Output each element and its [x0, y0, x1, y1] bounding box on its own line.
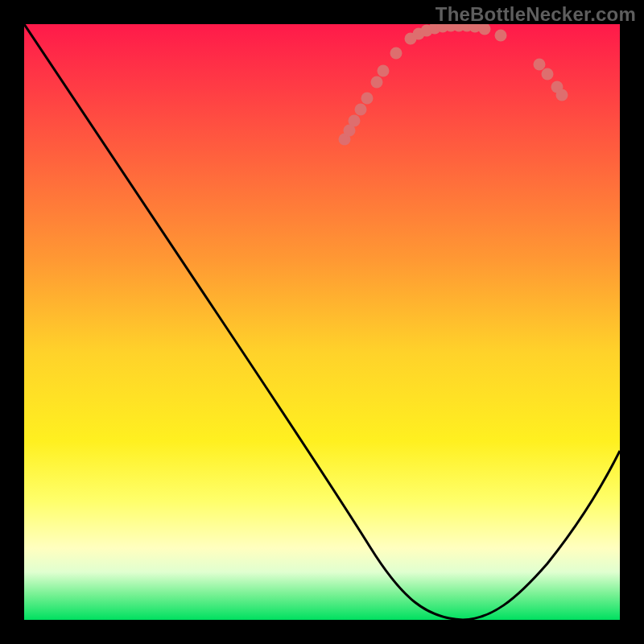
data-marker — [390, 47, 402, 60]
marker-group — [339, 24, 568, 146]
data-marker — [542, 68, 554, 80]
data-marker — [534, 59, 546, 71]
chart-plot-area — [24, 24, 620, 620]
data-marker — [349, 115, 361, 127]
watermark-text: TheBottleNecker.com — [436, 3, 636, 26]
data-marker — [361, 93, 374, 105]
data-marker — [378, 65, 390, 77]
chart-svg — [24, 24, 620, 620]
data-marker — [479, 24, 491, 35]
data-marker — [556, 89, 568, 101]
bottleneck-curve — [24, 24, 620, 620]
chart-frame: TheBottleNecker.com — [0, 0, 644, 644]
data-marker — [355, 104, 367, 116]
data-marker — [371, 76, 383, 89]
data-marker — [495, 30, 507, 42]
